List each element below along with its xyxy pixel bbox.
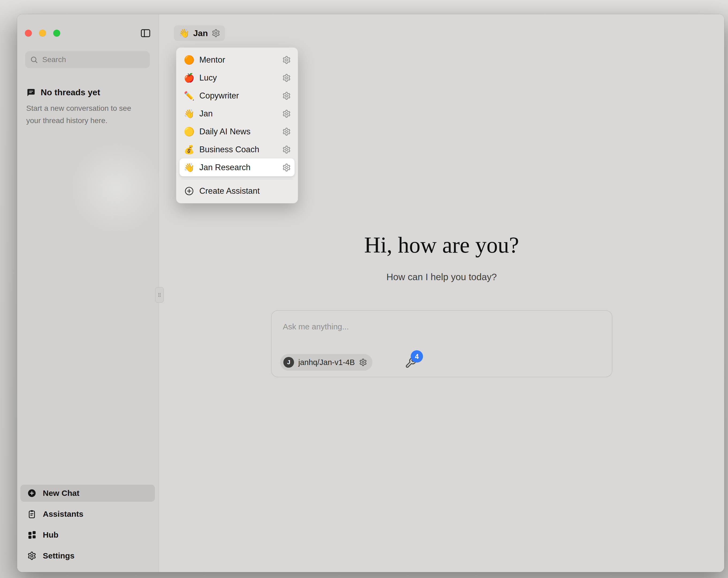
menu-item-label: Copywriter (199, 91, 278, 101)
gear-icon[interactable] (282, 163, 291, 172)
plus-circle-icon (27, 488, 36, 498)
assistant-selector[interactable]: 👋 Jan (174, 25, 225, 41)
main-area: 👋 Jan 🟠 Mentor 🍎 Lucy ✏️ Copywriter (159, 14, 724, 572)
menu-item-jan-research[interactable]: 👋 Jan Research (180, 158, 294, 176)
assistant-emoji: 🟡 (183, 127, 195, 136)
model-selector[interactable]: J janhq/Jan-v1-4B (280, 354, 372, 371)
model-provider-badge: J (283, 357, 294, 368)
menu-item-copywriter[interactable]: ✏️ Copywriter (180, 87, 294, 105)
assistant-name: Jan (193, 28, 208, 38)
sidebar-item-hub[interactable]: Hub (20, 526, 155, 544)
plus-circle-icon (184, 186, 194, 196)
menu-item-jan[interactable]: 👋 Jan (180, 105, 294, 123)
close-window-button[interactable] (25, 30, 32, 37)
menu-item-label: Jan Research (199, 163, 278, 172)
assistant-emoji: 👋 (183, 109, 195, 118)
tools-count-badge: 4 (411, 350, 423, 362)
sidebar: No threads yet Start a new conversation … (17, 14, 159, 572)
assistants-icon (27, 509, 36, 519)
menu-item-label: Mentor (199, 55, 278, 65)
hub-grid-icon (27, 530, 36, 539)
gear-icon[interactable] (212, 29, 220, 37)
minimize-window-button[interactable] (39, 30, 46, 37)
menu-item-label: Jan (199, 109, 278, 119)
menu-item-daily-ai-news[interactable]: 🟡 Daily AI News (180, 123, 294, 141)
sidebar-item-assistants[interactable]: Assistants (20, 505, 155, 523)
greeting-heading: Hi, how are you? (159, 232, 724, 258)
threads-empty-state: No threads yet Start a new conversation … (26, 87, 151, 127)
assistant-emoji: 🍎 (183, 74, 195, 82)
message-bubble-icon (26, 88, 36, 97)
assistant-emoji: 👋 (179, 29, 189, 37)
search-input[interactable] (42, 55, 145, 64)
menu-item-create-assistant[interactable]: Create Assistant (180, 182, 294, 200)
model-name: janhq/Jan-v1-4B (298, 358, 355, 367)
app-window: No threads yet Start a new conversation … (17, 14, 724, 572)
gear-icon[interactable] (359, 358, 367, 366)
assistant-emoji: ✏️ (183, 92, 195, 100)
greeting-subtitle: How can I help you today? (159, 272, 724, 282)
gear-icon[interactable] (282, 145, 291, 154)
sidebar-item-new-chat[interactable]: New Chat (20, 485, 155, 502)
desktop-background: No threads yet Start a new conversation … (0, 0, 728, 578)
gear-icon[interactable] (282, 74, 291, 82)
menu-item-label: Daily AI News (199, 127, 278, 136)
empty-state-title: No threads yet (41, 87, 100, 97)
search-bar[interactable] (25, 51, 150, 68)
sidebar-resize-handle[interactable] (155, 287, 164, 303)
grip-dots-icon (157, 290, 162, 299)
window-controls (25, 30, 60, 37)
menu-item-lucy[interactable]: 🍎 Lucy (180, 69, 294, 87)
menu-item-label: Business Coach (199, 145, 278, 154)
chat-input[interactable] (282, 322, 591, 331)
gear-icon (27, 551, 36, 560)
assistant-dropdown-menu: 🟠 Mentor 🍎 Lucy ✏️ Copywriter 👋 Jan (176, 47, 298, 203)
nav-label: Settings (43, 551, 74, 560)
chat-composer: J janhq/Jan-v1-4B 4 (271, 310, 613, 377)
gear-icon[interactable] (282, 127, 291, 136)
gear-icon[interactable] (282, 92, 291, 100)
menu-item-label: Create Assistant (199, 186, 291, 196)
nav-label: Assistants (43, 509, 83, 519)
menu-item-label: Lucy (199, 73, 278, 83)
menu-divider (181, 179, 293, 179)
assistant-emoji: 🟠 (183, 56, 195, 64)
assistant-emoji: 👋 (183, 163, 195, 172)
sidebar-bottom-nav: New Chat Assistants Hub Settings (20, 485, 155, 564)
gear-icon[interactable] (282, 56, 291, 64)
assistant-emoji: 💰 (183, 145, 195, 154)
zoom-window-button[interactable] (53, 30, 60, 37)
sidebar-glow-decoration (68, 140, 164, 236)
empty-state-description: Start a new conversation to see your thr… (26, 102, 144, 127)
nav-label: Hub (43, 530, 58, 539)
menu-item-mentor[interactable]: 🟠 Mentor (180, 51, 294, 69)
nav-label: New Chat (43, 488, 79, 498)
sidebar-toggle-icon[interactable] (140, 28, 151, 39)
sidebar-item-settings[interactable]: Settings (20, 547, 155, 564)
menu-item-business-coach[interactable]: 💰 Business Coach (180, 141, 294, 158)
search-icon (30, 56, 38, 64)
gear-icon[interactable] (282, 109, 291, 118)
